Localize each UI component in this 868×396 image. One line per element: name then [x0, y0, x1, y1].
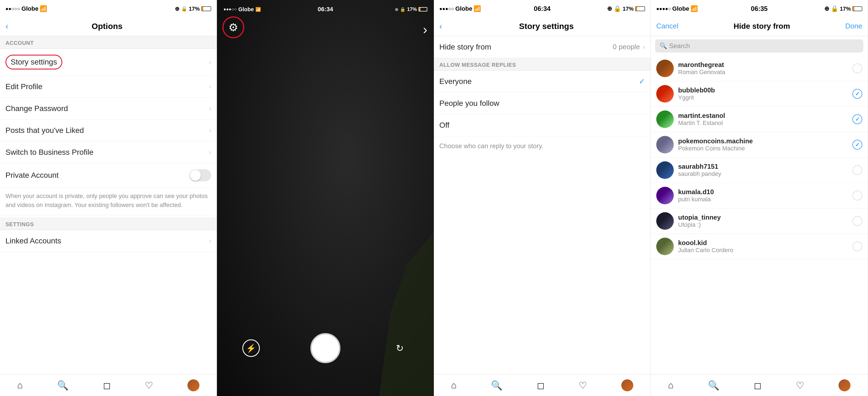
- reply-following[interactable]: People you follow: [434, 92, 651, 114]
- checkmark-icon: ✓: [639, 77, 645, 86]
- lock-icon-4: 🔒: [831, 5, 838, 12]
- change-password-item[interactable]: Change Password ›: [0, 97, 217, 119]
- user-info: utopia_tinneyUtopia :): [678, 214, 852, 228]
- user-avatar: [656, 212, 674, 230]
- user-select-checkbox[interactable]: [852, 63, 862, 73]
- user-select-checkbox[interactable]: [852, 165, 862, 175]
- user-fullname: Martin T. Estanol: [678, 119, 852, 126]
- home-tab[interactable]: ⌂: [17, 380, 23, 391]
- search-tab-4[interactable]: 🔍: [708, 380, 719, 391]
- heart-tab-3[interactable]: ♡: [579, 380, 587, 391]
- user-item[interactable]: kumala.d10putri kumala: [651, 183, 868, 208]
- flip-camera-button[interactable]: ↻: [391, 339, 408, 357]
- status-right-3: ⊕ 🔒 17%: [607, 5, 645, 12]
- cancel-button[interactable]: Cancel: [656, 22, 678, 30]
- chevron-icon: ›: [209, 83, 211, 90]
- edit-profile-item[interactable]: Edit Profile ›: [0, 76, 217, 97]
- heart-tab-4[interactable]: ♡: [796, 380, 804, 391]
- profile-tab-3[interactable]: [621, 379, 633, 391]
- reply-everyone[interactable]: Everyone ✓: [434, 70, 651, 92]
- edit-profile-label: Edit Profile: [5, 82, 42, 91]
- user-item[interactable]: maronthegreatRoman Genovata: [651, 56, 868, 81]
- user-username: koool.kid: [678, 239, 852, 247]
- lock-icon-3: 🔒: [614, 5, 621, 12]
- user-item[interactable]: utopia_tinneyUtopia :): [651, 208, 868, 234]
- camera-signal: ●●●○○: [223, 7, 237, 12]
- story-settings-wrapper: Story settings: [5, 55, 62, 69]
- tab-bar-1: ⌂ 🔍 ◻ ♡: [0, 374, 217, 396]
- home-tab-3[interactable]: ⌂: [451, 380, 457, 391]
- allow-replies-header: ALLOW MESSAGE REPLIES: [434, 58, 651, 70]
- user-select-checkbox[interactable]: [852, 140, 862, 149]
- status-bar-4: ●●●●○ Globe 📶 06:35 ⊕ 🔒 17%: [651, 0, 868, 17]
- wifi-icon-3: 📶: [473, 5, 481, 12]
- flash-button[interactable]: ⚡: [242, 339, 260, 357]
- chevron-icon: ›: [209, 58, 211, 66]
- search-tab[interactable]: 🔍: [57, 380, 69, 391]
- status-right-4: ⊕ 🔒 17%: [824, 5, 862, 12]
- linked-accounts-item[interactable]: Linked Accounts ›: [0, 230, 217, 252]
- options-nav-bar: ‹ Options: [0, 17, 217, 36]
- toggle-knob: [190, 170, 201, 181]
- heart-tab[interactable]: ♡: [145, 380, 153, 391]
- switch-business-item[interactable]: Switch to Business Profile ›: [0, 141, 217, 163]
- user-item[interactable]: koool.kidJullan Carlo Cordero: [651, 234, 868, 259]
- user-avatar: [656, 60, 674, 77]
- camera-panel: ●●●○○ Globe 📶 06:34 ⊕ 🔒 17% ⚙ › ⚡ ↻: [217, 0, 434, 396]
- page-title: Options: [14, 22, 200, 31]
- user-select-checkbox[interactable]: [852, 89, 862, 99]
- user-select-checkbox[interactable]: [852, 114, 862, 124]
- change-password-label: Change Password: [5, 104, 68, 113]
- user-select-checkbox[interactable]: [852, 191, 862, 200]
- user-info: pokemoncoins.machinePokemon Coins Machin…: [678, 137, 852, 152]
- private-account-toggle[interactable]: [189, 169, 211, 181]
- user-avatar: [656, 187, 674, 204]
- hide-story-row[interactable]: Hide story from 0 people ›: [434, 36, 651, 58]
- story-back-button[interactable]: ‹: [439, 21, 442, 31]
- back-button[interactable]: ‹: [5, 21, 8, 31]
- user-item[interactable]: martint.estanolMartin T. Estanol: [651, 107, 868, 132]
- status-bar-1: ●●○○○ Globe 📶 06:35 ⊕ 🔒 17%: [0, 0, 217, 17]
- done-button[interactable]: Done: [845, 22, 862, 30]
- user-item[interactable]: pokemoncoins.machinePokemon Coins Machin…: [651, 132, 868, 158]
- camera-status-bar: ●●●○○ Globe 📶 06:34 ⊕ 🔒 17%: [217, 0, 434, 17]
- camera-tab-3[interactable]: ◻: [537, 380, 545, 391]
- account-section-header: ACCOUNT: [0, 36, 217, 49]
- chevron-icon-story: ›: [643, 43, 645, 51]
- profile-tab-4[interactable]: [838, 379, 850, 391]
- user-search-bar[interactable]: 🔍 Search: [655, 39, 863, 53]
- story-settings-label: Story settings: [11, 58, 57, 66]
- posts-liked-item[interactable]: Posts that you've Liked ›: [0, 119, 217, 141]
- story-help-text: Choose who can reply to your story.: [434, 136, 651, 156]
- camera-lock: 🔒: [400, 7, 405, 12]
- user-fullname: Yggrit: [678, 94, 852, 101]
- story-settings-item[interactable]: Story settings ›: [0, 49, 217, 76]
- camera-tab-4[interactable]: ◻: [754, 380, 762, 391]
- search-tab-3[interactable]: 🔍: [491, 380, 502, 391]
- camera-next-button[interactable]: ›: [423, 22, 427, 37]
- gps-icon-3: ⊕: [607, 5, 612, 12]
- hide-story-nav: Cancel Hide story from Done: [651, 17, 868, 36]
- signal-dots-4: ●●●●○: [656, 6, 671, 12]
- user-info: bubbleb00bYggrit: [678, 86, 852, 101]
- private-account-label: Private Account: [5, 171, 59, 180]
- camera-tab[interactable]: ◻: [103, 380, 111, 391]
- user-item[interactable]: bubbleb00bYggrit: [651, 81, 868, 107]
- profile-tab[interactable]: [187, 379, 199, 391]
- camera-carrier: Globe: [238, 6, 254, 12]
- gear-button[interactable]: ⚙: [222, 17, 244, 38]
- home-tab-4[interactable]: ⌂: [668, 380, 674, 391]
- status-left-4: ●●●●○ Globe 📶: [656, 5, 698, 12]
- user-item[interactable]: saurabh7151saurabh pandey: [651, 158, 868, 183]
- user-username: bubbleb00b: [678, 86, 852, 94]
- tab-bar-4: ⌂ 🔍 ◻ ♡: [651, 374, 868, 396]
- user-select-checkbox[interactable]: [852, 242, 862, 251]
- shutter-button[interactable]: [310, 333, 340, 363]
- reply-off[interactable]: Off: [434, 114, 651, 136]
- hide-story-value-area: 0 people ›: [613, 43, 645, 51]
- options-panel: ●●○○○ Globe 📶 06:35 ⊕ 🔒 17% ‹ Options AC…: [0, 0, 217, 396]
- settings-section-header: SETTINGS: [0, 218, 217, 230]
- user-username: maronthegreat: [678, 61, 852, 69]
- user-select-checkbox[interactable]: [852, 216, 862, 226]
- battery-level: 17%: [189, 6, 200, 12]
